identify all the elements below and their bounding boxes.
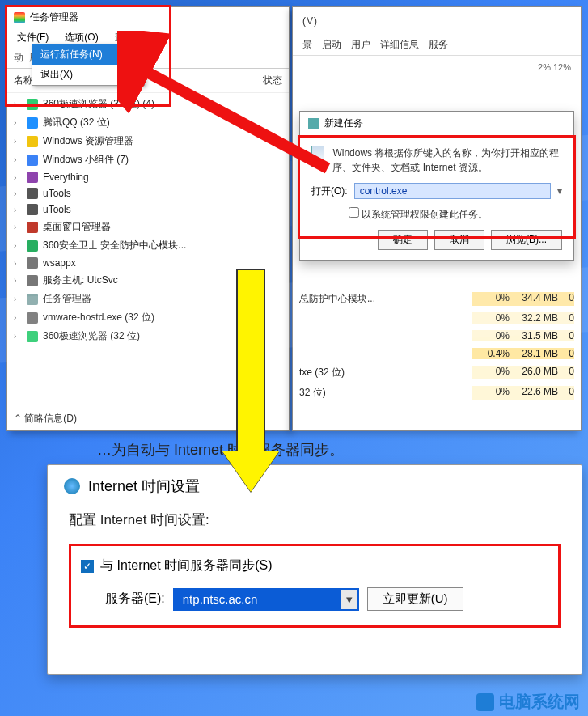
- tab[interactable]: 用户: [351, 38, 370, 52]
- disk-cell: 0: [558, 348, 574, 359]
- server-value: ntp.ntsc.ac.cn: [183, 592, 258, 606]
- task-manager-right-slice: (V) 景启动用户详细信息服务 2% 12% 新建任务 Windows 将根据你…: [292, 6, 582, 431]
- process-row[interactable]: › Everything: [7, 169, 289, 185]
- tab[interactable]: 启动: [322, 38, 341, 52]
- process-name: wsappx: [43, 257, 76, 269]
- process-row[interactable]: › Windows 小组件 (7): [7, 150, 289, 169]
- process-row[interactable]: › 服务主机: UtcSvc: [7, 271, 289, 290]
- expand-icon[interactable]: ›: [14, 118, 22, 127]
- run-icon: [311, 146, 324, 167]
- app-icon: [27, 136, 38, 147]
- process-row[interactable]: › 360安全卫士 安全防护中心模块...: [7, 236, 289, 255]
- expand-icon[interactable]: ›: [14, 332, 22, 341]
- proc-name: 32 位): [299, 386, 472, 400]
- expand-icon[interactable]: ›: [14, 205, 22, 214]
- menu-item-run-new-task[interactable]: 运行新任务(N): [32, 44, 144, 65]
- app-icon: [27, 155, 38, 166]
- process-row[interactable]: › vmware-hostd.exe (32 位): [7, 308, 289, 327]
- dialog-description: Windows 将根据你所键入的名称，为你打开相应的程序、文件夹、文档或 Int…: [332, 146, 562, 175]
- server-combobox[interactable]: ntp.ntsc.ac.cn ▾: [173, 588, 359, 611]
- disk-cell: 0: [558, 292, 574, 306]
- browse-button[interactable]: 浏览(B)...: [491, 230, 562, 250]
- proc-name: [299, 312, 472, 324]
- cancel-button[interactable]: 取消: [434, 230, 484, 250]
- chevron-down-icon[interactable]: ▾: [341, 590, 357, 609]
- ok-button[interactable]: 确定: [378, 230, 428, 250]
- cpu-cell: 0%: [472, 386, 510, 400]
- expand-icon[interactable]: ›: [14, 155, 22, 164]
- process-row[interactable]: › 360极速浏览器 (32 位): [7, 327, 289, 345]
- admin-label: 以系统管理权限创建此任务。: [362, 209, 488, 220]
- expand-icon[interactable]: ›: [14, 222, 22, 231]
- cpu-cell: 0%: [472, 366, 510, 379]
- expand-icon[interactable]: ›: [14, 100, 22, 108]
- table-row[interactable]: 0% 31.5 MB 0: [293, 327, 581, 345]
- mem-cell: 28.1 MB: [510, 348, 558, 359]
- watermark: 电脑系统网: [476, 691, 580, 713]
- table-row[interactable]: 0% 32.2 MB 0: [293, 309, 581, 327]
- process-row[interactable]: › wsappx: [7, 255, 289, 271]
- open-input[interactable]: [354, 183, 551, 199]
- run-dialog-icon: [308, 118, 319, 129]
- process-row[interactable]: › uTools: [7, 185, 289, 201]
- process-row[interactable]: › uTools: [7, 201, 289, 218]
- table-row[interactable]: txe (32 位) 0% 26.0 MB 0: [293, 362, 581, 383]
- process-name: vmware-hostd.exe (32 位): [43, 311, 154, 324]
- tab[interactable]: 详细信息: [380, 38, 419, 52]
- disk-cell: 0: [558, 312, 574, 324]
- expand-icon[interactable]: ›: [14, 294, 22, 303]
- dialog-title-bar: 新建任务: [300, 112, 573, 136]
- annotation-red-box-3: ✓ 与 Internet 时间服务器同步(S) 服务器(E): ntp.ntsc…: [69, 544, 561, 628]
- tab[interactable]: 景: [302, 38, 312, 52]
- sync-checkbox[interactable]: ✓: [81, 560, 94, 573]
- table-row[interactable]: 总防护中心模块... 0% 34.4 MB 0: [293, 289, 581, 309]
- sync-checkbox-label: 与 Internet 时间服务器同步(S): [100, 557, 272, 574]
- expand-icon[interactable]: ›: [14, 241, 22, 250]
- dialog-title: Internet 时间设置: [88, 477, 200, 496]
- app-icon: [27, 257, 38, 269]
- dropdown-chevron-icon[interactable]: ▾: [557, 185, 562, 197]
- watermark-text: 电脑系统网: [499, 691, 580, 713]
- app-icon: [27, 240, 38, 252]
- server-label: 服务器(E):: [105, 591, 165, 608]
- fewer-details-link[interactable]: ⌃ 简略信息(D): [14, 412, 77, 426]
- process-row[interactable]: › 腾讯QQ (32 位): [7, 113, 289, 132]
- proc-name: 总防护中心模块...: [299, 292, 472, 306]
- table-row[interactable]: 0.4% 28.1 MB 0: [293, 345, 581, 362]
- expand-icon[interactable]: ›: [14, 313, 22, 322]
- process-name: 腾讯QQ (32 位): [43, 116, 110, 129]
- process-row[interactable]: › 360极速浏览器 (32 位) (4): [7, 95, 289, 113]
- admin-checkbox[interactable]: [349, 207, 359, 218]
- sync-hint-text: …为自动与 Internet 时间服务器同步。: [97, 440, 344, 460]
- mem-cell: 31.5 MB: [510, 330, 558, 341]
- disk-cell: 0: [558, 386, 574, 400]
- app-icon: [27, 312, 38, 324]
- process-row[interactable]: › 桌面窗口管理器: [7, 218, 289, 236]
- task-manager-window: 任务管理器 文件(F) 选项(O) 查看(V) 运行新任务(N) 退出(X) 动…: [6, 6, 290, 431]
- process-name: 360极速浏览器 (32 位) (4): [43, 97, 154, 111]
- update-now-button[interactable]: 立即更新(U): [367, 587, 463, 611]
- disk-cell: 0: [558, 366, 574, 379]
- cpu-cell: 0%: [472, 292, 510, 306]
- process-row[interactable]: › 任务管理器: [7, 290, 289, 308]
- window-title-bar: 任务管理器: [7, 7, 289, 28]
- tab-strip: 景启动用户详细信息服务: [293, 35, 581, 56]
- table-row[interactable]: 32 位) 0% 22.6 MB 0: [293, 383, 581, 403]
- run-new-task-dialog: 新建任务 Windows 将根据你所键入的名称，为你打开相应的程序、文件夹、文档…: [299, 111, 574, 261]
- process-table-partial: 总防护中心模块... 0% 34.4 MB 0 0% 32.2 MB 0 0% …: [293, 289, 581, 403]
- expand-icon[interactable]: ›: [14, 173, 22, 182]
- expand-icon[interactable]: ›: [14, 137, 22, 146]
- window-title: 任务管理器: [30, 11, 78, 24]
- tab[interactable]: 服务: [429, 38, 448, 52]
- cpu-cell: 0%: [472, 312, 510, 324]
- expand-icon[interactable]: ›: [14, 276, 22, 285]
- menubar: 文件(F) 选项(O) 查看(V) 运行新任务(N) 退出(X): [7, 28, 289, 48]
- menubar-partial: (V): [293, 7, 581, 35]
- cpu-cell: 0%: [472, 330, 510, 341]
- expand-icon[interactable]: ›: [14, 189, 22, 198]
- col-status[interactable]: 状态: [263, 74, 282, 87]
- process-row[interactable]: › Windows 资源管理器: [7, 132, 289, 150]
- expand-icon[interactable]: ›: [14, 259, 22, 268]
- menu-item-exit[interactable]: 退出(X): [32, 65, 144, 85]
- mem-cell: 22.6 MB: [510, 386, 558, 400]
